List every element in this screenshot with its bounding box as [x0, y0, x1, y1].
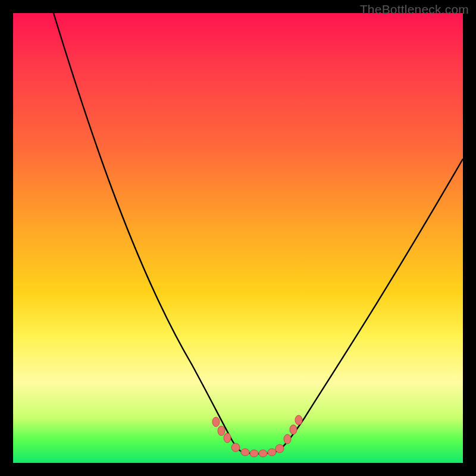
- marker-dot: [250, 450, 258, 457]
- marker-dot: [212, 417, 220, 427]
- marker-group: [212, 415, 302, 457]
- attribution-text: TheBottleneck.com: [360, 2, 469, 17]
- marker-dot: [224, 433, 231, 443]
- marker-dot: [218, 426, 225, 436]
- marker-dot: [275, 444, 284, 453]
- right-curve: [278, 159, 463, 451]
- marker-dot: [231, 443, 240, 452]
- marker-dot: [268, 449, 276, 456]
- marker-dot: [259, 450, 267, 457]
- plot-area: [13, 13, 463, 463]
- marker-dot: [284, 434, 291, 444]
- chart-frame: TheBottleneck.com: [0, 0, 476, 476]
- left-curve: [54, 13, 240, 451]
- curve-layer: [13, 13, 463, 463]
- marker-dot: [295, 415, 302, 425]
- marker-dot: [241, 449, 249, 456]
- marker-dot: [290, 425, 297, 434]
